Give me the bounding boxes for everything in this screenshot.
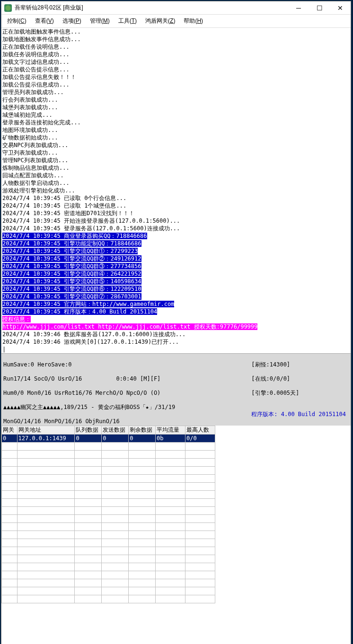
menu-z[interactable]: 鸿盾网关(Z) — [143, 16, 177, 26]
log-line: 2024/7/4 10:39:46 游戏网关[0](127.0.0.1:1439… — [1, 338, 351, 346]
table-row[interactable] — [2, 571, 215, 579]
log-line: 2024/7/4 10:39:45 引擎交流QQ群⑦：286703001 — [1, 293, 351, 300]
table-row[interactable] — [2, 475, 215, 483]
table-row[interactable] — [2, 499, 215, 507]
col-header[interactable]: 队列数据 — [75, 426, 102, 435]
table-row[interactable] — [2, 443, 215, 451]
table-row[interactable] — [2, 451, 215, 459]
log-line: 2024/7/4 10:39:45 引擎交流QQ群③：277734856 — [1, 262, 351, 270]
log-line: 加载公告提示信息成功... — [1, 81, 351, 88]
log-line: 游戏处理引擎初始化成功... — [1, 187, 351, 194]
log-line: 2024/7/4 10:39:45 引擎交流QQ群④：264221952 — [1, 270, 351, 278]
table-row[interactable] — [2, 595, 215, 603]
log-line: 矿物数据初始成功... — [1, 134, 351, 141]
log-line: http://www.jjj.com/list.txt http://www.j… — [1, 323, 351, 331]
log-line: 地图环境加载成功... — [1, 126, 351, 134]
col-header[interactable]: 发送数据 — [102, 426, 129, 435]
log-line: 管理NPC列表加载成功... — [1, 157, 351, 164]
log-line: 2024/7/4 10:39:45 商业登录器购买QQ：718846686 — [1, 232, 351, 240]
log-line: 炼制物品信息加载成功... — [1, 164, 351, 172]
log-line: 城堡城初始完成... — [1, 111, 351, 119]
menu-t[interactable]: 工具(T) — [116, 16, 139, 26]
table-body: 0127.0.0.1:14390000b0/0 — [2, 435, 215, 603]
gateway-table[interactable]: 网关网关地址队列数据发送数据剩余数据平均流量最高人数 0127.0.0.1:14… — [1, 426, 215, 603]
window-title: 吾辈斩仙28号02区 [商业版] — [15, 4, 288, 12]
status-left: HumSave:0 HeroSave:0 Run17/14 SocO/O Usr… — [3, 354, 247, 425]
gateway-table-wrap: 网关网关地址队列数据发送数据剩余数据平均流量最高人数 0127.0.0.1:14… — [1, 426, 351, 613]
menubar: 控制(C)查看(V)选项(P)管理(M)工具(T)鸿盾网关(Z)帮助(H) — [1, 15, 351, 28]
log-line: 加载任务说明信息成功... — [1, 51, 351, 58]
log-line: 正在加载公告提示信息... — [1, 66, 351, 73]
log-line: 正在加载地图触发事件信息... — [1, 28, 351, 35]
log-line: 加载文字过滤信息成功... — [1, 58, 351, 66]
log-line: 2024/7/4 10:39:45 官方网站：http://www.gameof… — [1, 300, 351, 308]
log-line: 2024/7/4 10:39:45 开始连接登录服务器(127.0.0.1:56… — [1, 217, 351, 225]
table-row[interactable] — [2, 523, 215, 531]
log-line: 2024/7/4 10:39:45 引擎交流QQ群⑥：122209510 — [1, 285, 351, 293]
col-header[interactable]: 平均流量 — [156, 426, 185, 435]
log-line: 2024/7/4 10:39:45 程序版本：4.00 Build 201511… — [1, 308, 351, 315]
titlebar[interactable]: 吾辈斩仙28号02区 [商业版] ─ ☐ ✕ — [1, 1, 351, 15]
bottom-area — [1, 613, 351, 644]
table-row[interactable] — [2, 467, 215, 475]
minimize-button[interactable]: ─ — [288, 1, 309, 15]
log-line: 登录服务器连接初始化完成... — [1, 119, 351, 126]
log-line: 守卫列表加载成功... — [1, 149, 351, 157]
col-header[interactable]: 网关地址 — [17, 426, 75, 435]
close-button[interactable]: ✕ — [330, 1, 351, 15]
table-row[interactable] — [2, 483, 215, 491]
table-row[interactable] — [2, 491, 215, 499]
menu-c[interactable]: 控制(C) — [5, 16, 28, 26]
log-line: 2024/7/4 10:39:45 引擎交流QQ群①：27299223 — [1, 247, 351, 255]
table-header-row: 网关网关地址队列数据发送数据剩余数据平均流量最高人数 — [2, 426, 215, 435]
log-line: 2024/7/4 10:39:45 已读取 1个城堡信息... — [1, 202, 351, 209]
table-row[interactable] — [2, 507, 215, 515]
col-header[interactable]: 最高人数 — [185, 426, 215, 435]
log-line: 加载地图触发事件信息成功... — [1, 35, 351, 43]
table-row[interactable] — [2, 555, 215, 563]
log-line: 交易NPC列表加载成功... — [1, 141, 351, 149]
version-label: 程序版本: 4.00 Build 20151104 — [251, 411, 349, 418]
maximize-button[interactable]: ☐ — [309, 1, 330, 15]
app-icon — [4, 4, 12, 12]
log-line: 2024/7/4 10:39:45 引擎功能定制QQ：718846686 — [1, 240, 351, 247]
log-line: 授权信息： — [1, 315, 351, 323]
table-row[interactable] — [2, 587, 215, 595]
menu-h[interactable]: 帮助(H) — [182, 16, 205, 26]
window-controls: ─ ☐ ✕ — [288, 1, 351, 15]
status-right: [刷怪:14300] [在线:0/0/0] [引擎:0.0005天] 程序版本:… — [247, 354, 349, 425]
table-row[interactable] — [2, 459, 215, 467]
log-line: 2024/7/4 10:39:45 引擎交流QQ群②：249126912 — [1, 255, 351, 262]
log-line: 2024/7/4 10:39:45 已读取 0个行会信息... — [1, 194, 351, 202]
log-line: 人物数据引擎启动成功... — [1, 179, 351, 187]
app-window: 吾辈斩仙28号02区 [商业版] ─ ☐ ✕ 控制(C)查看(V)选项(P)管理… — [1, 1, 351, 644]
log-area[interactable]: 正在加载地图触发事件信息...加载地图触发事件信息成功...正在加载任务说明信息… — [1, 28, 351, 353]
log-line: 正在加载任务说明信息... — [1, 43, 351, 51]
log-line: 行会列表加载成功... — [1, 96, 351, 104]
table-row[interactable] — [2, 579, 215, 587]
log-line: 2024/7/4 10:39:46 数据库服务器(127.0.0.1:6000)… — [1, 331, 351, 338]
log-line: 2024/7/4 10:39:45 密道地图D701没找到！！！ — [1, 209, 351, 217]
table-row[interactable] — [2, 531, 215, 539]
table-row[interactable] — [2, 563, 215, 571]
log-line: 加载公告提示信息失败！！！ — [1, 73, 351, 81]
menu-p[interactable]: 选项(P) — [61, 16, 83, 26]
status-panel: HumSave:0 HeroSave:0 Run17/14 SocO/O Usr… — [1, 353, 351, 426]
col-header[interactable]: 网关 — [2, 426, 18, 435]
col-header[interactable]: 剩余数据 — [129, 426, 156, 435]
table-row[interactable]: 0127.0.0.1:14390000b0/0 — [2, 435, 215, 443]
table-row[interactable] — [2, 547, 215, 555]
log-line: 2024/7/4 10:39:45 登录服务器(127.0.0.1:5600)连… — [1, 225, 351, 232]
table-row[interactable] — [2, 539, 215, 547]
log-line: 城堡列表加载成功... — [1, 104, 351, 111]
log-line: 回城点配置加载成功... — [1, 172, 351, 179]
log-line: 管理员列表加载成功... — [1, 88, 351, 96]
table-row[interactable] — [2, 515, 215, 523]
log-line: 2024/7/4 10:39:45 引擎交流QQ群⑤：140598634 — [1, 278, 351, 285]
menu-m[interactable]: 管理(M) — [88, 16, 112, 26]
menu-v[interactable]: 查看(V) — [33, 16, 56, 26]
